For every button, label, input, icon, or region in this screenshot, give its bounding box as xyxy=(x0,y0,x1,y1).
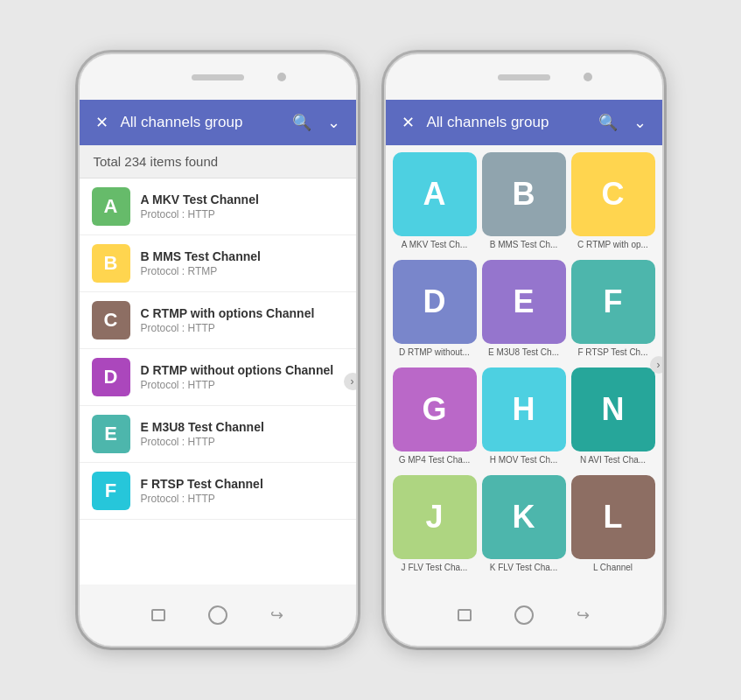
grid-item[interactable]: D D RTMP without... xyxy=(393,260,477,362)
list-item[interactable]: E E M3U8 Test Channel Protocol : HTTP xyxy=(80,406,356,463)
search-icon[interactable]: 🔍 xyxy=(289,109,315,136)
grid-tile: C xyxy=(571,152,655,236)
channel-avatar: D xyxy=(92,358,130,396)
grid-label: H MOV Test Ch... xyxy=(482,455,566,465)
grid-tile: G xyxy=(393,368,477,452)
phone-camera xyxy=(277,73,286,81)
channel-list[interactable]: A A MKV Test Channel Protocol : HTTP B B… xyxy=(80,178,356,584)
channel-info: E M3U8 Test Channel Protocol : HTTP xyxy=(141,420,344,448)
phone-list-view: ✕ All channels group 🔍 ⌄ Total 234 items… xyxy=(78,52,358,648)
app-bar-title-2: All channels group xyxy=(427,114,586,131)
list-item[interactable]: C C RTMP with options Channel Protocol :… xyxy=(80,292,356,349)
phone-screen-list: ✕ All channels group 🔍 ⌄ Total 234 items… xyxy=(80,100,356,584)
grid-tile: N xyxy=(571,368,655,452)
chevron-down-icon[interactable]: ⌄ xyxy=(324,109,344,136)
phone-top-bar-2 xyxy=(386,54,662,100)
grid-label: J FLV Test Cha... xyxy=(393,563,477,572)
grid-item[interactable]: A A MKV Test Ch... xyxy=(393,152,477,255)
channel-info: B MMS Test Channel Protocol : RTMP xyxy=(141,249,344,277)
list-item[interactable]: D D RTMP without options Channel Protoco… xyxy=(80,349,356,406)
channel-name: C RTMP with options Channel xyxy=(141,306,344,320)
channel-avatar: F xyxy=(92,472,130,510)
grid-label: D RTMP without... xyxy=(393,347,477,357)
channel-protocol: Protocol : HTTP xyxy=(141,436,344,448)
channel-avatar: C xyxy=(92,301,130,340)
grid-tile: L xyxy=(571,475,655,559)
channel-info: A MKV Test Channel Protocol : HTTP xyxy=(141,192,344,220)
grid-tile: K xyxy=(482,475,566,559)
total-label: Total 234 items found xyxy=(80,145,356,178)
phone-screen-grid: ✕ All channels group 🔍 ⌄ A A MKV Test Ch… xyxy=(386,100,662,584)
list-item[interactable]: B B MMS Test Channel Protocol : RTMP xyxy=(80,235,356,292)
phone-speaker xyxy=(192,74,244,80)
grid-item[interactable]: L L Channel xyxy=(571,475,655,578)
channel-protocol: Protocol : HTTP xyxy=(141,493,344,505)
search-icon-2[interactable]: 🔍 xyxy=(595,109,621,136)
grid-item[interactable]: C C RTMP with op... xyxy=(571,152,655,255)
grid-tile: E xyxy=(482,260,566,344)
phone-top-bar xyxy=(80,54,356,100)
channel-avatar: A xyxy=(92,187,130,226)
channel-protocol: Protocol : RTMP xyxy=(141,265,344,277)
list-item[interactable]: A A MKV Test Channel Protocol : HTTP xyxy=(80,178,356,235)
channel-avatar: E xyxy=(92,415,130,453)
app-bar-grid: ✕ All channels group 🔍 ⌄ xyxy=(386,100,662,145)
channel-name: E M3U8 Test Channel xyxy=(141,420,344,434)
grid-label: G MP4 Test Cha... xyxy=(393,455,477,465)
grid-label: E M3U8 Test Ch... xyxy=(482,347,566,357)
phone-camera-2 xyxy=(584,73,592,81)
list-item[interactable]: F F RTSP Test Channel Protocol : HTTP xyxy=(80,463,356,520)
channel-info: F RTSP Test Channel Protocol : HTTP xyxy=(141,477,344,505)
scroll-right-arrow[interactable]: › xyxy=(344,373,356,390)
phone-bottom-bar-list: ↩ xyxy=(80,584,356,646)
grid-item[interactable]: G G MP4 Test Cha... xyxy=(393,368,477,470)
grid-item[interactable]: N N AVI Test Cha... xyxy=(571,368,655,470)
channel-info: D RTMP without options Channel Protocol … xyxy=(141,363,344,391)
grid-tile: A xyxy=(393,152,477,236)
channel-info: C RTMP with options Channel Protocol : H… xyxy=(141,306,344,334)
app-bar-title: All channels group xyxy=(121,114,280,131)
channel-protocol: Protocol : HTTP xyxy=(141,379,344,391)
grid-item[interactable]: E E M3U8 Test Ch... xyxy=(482,260,566,362)
channel-grid[interactable]: A A MKV Test Ch... B B MMS Test Ch... C … xyxy=(386,145,662,584)
nav-menu-button[interactable] xyxy=(146,607,171,623)
channel-name: A MKV Test Channel xyxy=(141,192,344,206)
grid-label: L Channel xyxy=(571,563,655,572)
grid-item[interactable]: K K FLV Test Cha... xyxy=(482,475,566,578)
chevron-down-icon-2[interactable]: ⌄ xyxy=(630,109,650,136)
grid-label: K FLV Test Cha... xyxy=(482,563,566,572)
nav-home-button-2[interactable] xyxy=(512,607,536,623)
close-icon-2[interactable]: ✕ xyxy=(398,109,418,136)
grid-label: A MKV Test Ch... xyxy=(393,240,477,249)
grid-tile: J xyxy=(393,475,477,559)
nav-menu-button-2[interactable] xyxy=(452,607,477,623)
grid-item[interactable]: B B MMS Test Ch... xyxy=(482,152,566,255)
nav-back-button-2[interactable]: ↩ xyxy=(571,607,596,623)
grid-label: B MMS Test Ch... xyxy=(482,240,566,249)
grid-tile: F xyxy=(571,260,655,344)
scroll-right-arrow-grid[interactable]: › xyxy=(650,356,662,374)
channel-protocol: Protocol : HTTP xyxy=(141,208,344,220)
grid-item[interactable]: J J FLV Test Cha... xyxy=(393,475,477,578)
app-bar-list: ✕ All channels group 🔍 ⌄ xyxy=(80,100,356,145)
grid-tile: B xyxy=(482,152,566,236)
nav-back-button[interactable]: ↩ xyxy=(265,607,290,623)
grid-tile: D xyxy=(393,260,477,344)
channel-avatar: B xyxy=(92,244,130,283)
grid-tile: H xyxy=(482,368,566,452)
phone-bottom-bar-grid: ↩ xyxy=(386,584,662,646)
close-icon[interactable]: ✕ xyxy=(92,109,112,136)
channel-name: D RTMP without options Channel xyxy=(141,363,344,377)
phone-speaker-2 xyxy=(498,74,550,80)
grid-label: C RTMP with op... xyxy=(571,240,655,249)
channel-name: B MMS Test Channel xyxy=(141,249,344,263)
grid-item[interactable]: F F RTSP Test Ch... xyxy=(571,260,655,362)
grid-label: N AVI Test Cha... xyxy=(571,455,655,465)
nav-home-button[interactable] xyxy=(206,607,230,623)
channel-protocol: Protocol : HTTP xyxy=(141,322,344,334)
grid-item[interactable]: H H MOV Test Ch... xyxy=(482,368,566,470)
phone-grid-view: ✕ All channels group 🔍 ⌄ A A MKV Test Ch… xyxy=(384,52,664,648)
channel-name: F RTSP Test Channel xyxy=(141,477,344,491)
grid-label: F RTSP Test Ch... xyxy=(571,347,655,357)
